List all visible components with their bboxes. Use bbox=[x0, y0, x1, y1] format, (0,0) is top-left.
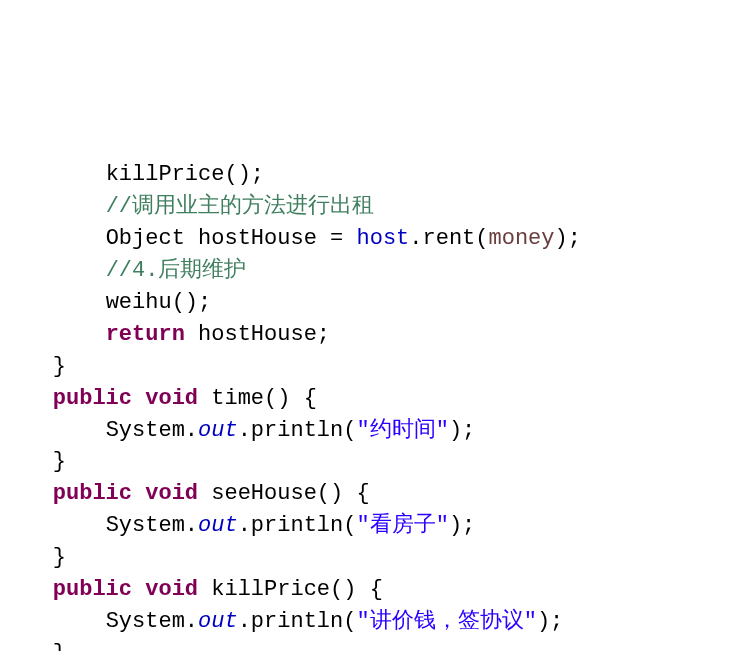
code-block: killPrice(); //调用业主的方法进行出租 Object hostHo… bbox=[0, 128, 748, 651]
code-line: Object hostHouse = host.rent(money); bbox=[0, 226, 581, 251]
keyword: public bbox=[53, 577, 132, 602]
keyword: public bbox=[53, 481, 132, 506]
keyword: void bbox=[145, 481, 198, 506]
code-line: //4.后期维护 bbox=[0, 258, 246, 283]
code-line: killPrice(); bbox=[0, 162, 264, 187]
code-line: System.out.println("约时间"); bbox=[0, 418, 475, 443]
code-line: public void seeHouse() { bbox=[0, 481, 370, 506]
string-literal: "看房子" bbox=[356, 513, 448, 538]
keyword: return bbox=[106, 322, 185, 347]
method-sig: killPrice() { bbox=[198, 577, 383, 602]
method-sig: seeHouse() { bbox=[198, 481, 370, 506]
keyword: public bbox=[53, 386, 132, 411]
method-call: weihu(); bbox=[106, 290, 212, 315]
text: ); bbox=[537, 609, 563, 634]
code-line: public void killPrice() { bbox=[0, 577, 383, 602]
code-line: //调用业主的方法进行出租 bbox=[0, 194, 374, 219]
code-line: } bbox=[0, 641, 66, 651]
text: ); bbox=[449, 418, 475, 443]
text: System. bbox=[106, 609, 198, 634]
brace: } bbox=[53, 449, 66, 474]
field: host bbox=[356, 226, 409, 251]
static-field: out bbox=[198, 609, 238, 634]
code-line: } bbox=[0, 545, 66, 570]
static-field: out bbox=[198, 513, 238, 538]
text: hostHouse = bbox=[185, 226, 357, 251]
text: .println( bbox=[238, 513, 357, 538]
type: Object bbox=[106, 226, 185, 251]
code-line: } bbox=[0, 354, 66, 379]
text: ); bbox=[555, 226, 581, 251]
code-line: System.out.println("看房子"); bbox=[0, 513, 475, 538]
text: .println( bbox=[238, 418, 357, 443]
brace: } bbox=[53, 545, 66, 570]
brace: } bbox=[53, 641, 66, 651]
static-field: out bbox=[198, 418, 238, 443]
text: ); bbox=[449, 513, 475, 538]
comment: //调用业主的方法进行出租 bbox=[106, 194, 374, 219]
text: hostHouse; bbox=[185, 322, 330, 347]
text: .println( bbox=[238, 609, 357, 634]
code-line: public void time() { bbox=[0, 386, 317, 411]
keyword: void bbox=[145, 386, 198, 411]
code-line: System.out.println("讲价钱，签协议"); bbox=[0, 609, 563, 634]
method-call: killPrice(); bbox=[106, 162, 264, 187]
code-line: return hostHouse; bbox=[0, 322, 330, 347]
string-literal: "讲价钱，签协议" bbox=[356, 609, 536, 634]
string-literal: "约时间" bbox=[356, 418, 448, 443]
brace: } bbox=[53, 354, 66, 379]
keyword: void bbox=[145, 577, 198, 602]
comment: //4.后期维护 bbox=[106, 258, 247, 283]
method-sig: time() { bbox=[198, 386, 317, 411]
code-line: } bbox=[0, 449, 66, 474]
text: System. bbox=[106, 513, 198, 538]
text: .rent( bbox=[409, 226, 488, 251]
text: System. bbox=[106, 418, 198, 443]
param: money bbox=[489, 226, 555, 251]
code-line: weihu(); bbox=[0, 290, 211, 315]
